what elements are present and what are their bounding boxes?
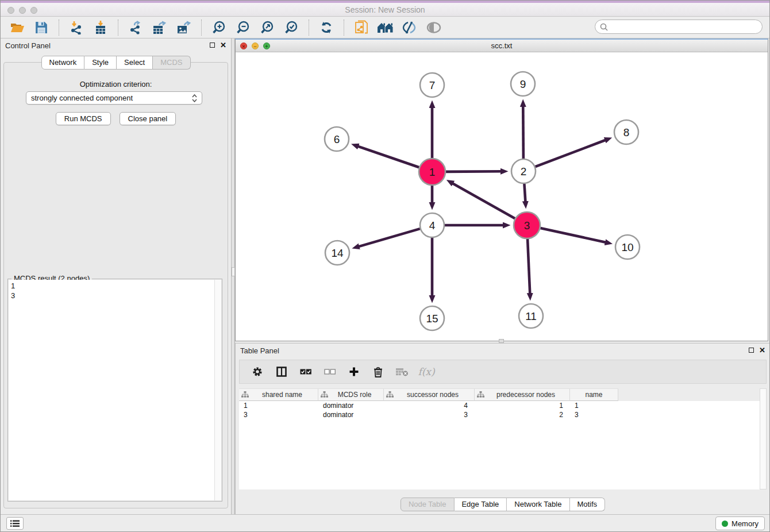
add-column-button[interactable] (344, 363, 364, 381)
edge-3-1[interactable] (452, 183, 515, 219)
table-row[interactable]: 1dominator411 (239, 401, 760, 410)
select-all-columns-button[interactable] (296, 363, 315, 381)
list-icon (10, 520, 20, 527)
control-panel-title: Control Panel (5, 41, 51, 50)
search-box (595, 20, 763, 34)
column-visibility-button[interactable] (272, 363, 291, 381)
table-cell: 2 (475, 410, 570, 419)
close-table-panel-icon[interactable]: ✕ (759, 347, 765, 353)
memory-button[interactable]: Memory (715, 516, 765, 530)
deselect-all-columns-button[interactable] (320, 363, 340, 381)
zoom-fit-button[interactable] (257, 18, 278, 37)
export-network-icon (129, 21, 143, 34)
mcds-result-text[interactable]: 1 3 (9, 280, 221, 500)
search-icon (600, 23, 608, 31)
edge-1-2[interactable] (446, 171, 502, 172)
plus-icon (349, 367, 359, 377)
show-view-button[interactable] (424, 18, 444, 37)
mcds-panel: Optimization criterion: strongly connect… (3, 62, 228, 508)
graph-node-label-9: 9 (520, 78, 526, 90)
delete-column-button[interactable] (368, 363, 388, 381)
zoom-out-button[interactable] (233, 18, 253, 37)
gear-icon (252, 367, 263, 377)
hierarchy-icon (241, 391, 249, 398)
tab-network[interactable]: Network (41, 56, 84, 70)
import-network-button[interactable] (66, 18, 87, 37)
export-network-button[interactable] (125, 18, 146, 37)
graph-node-label-7: 7 (429, 79, 436, 91)
table-cell: 1 (475, 401, 570, 410)
edge-2-3[interactable] (524, 184, 525, 202)
open-session-button[interactable] (7, 18, 28, 37)
memory-status-icon (722, 521, 728, 527)
run-mcds-button[interactable]: Run MCDS (56, 112, 111, 125)
unchecked-boxes-icon (324, 369, 336, 375)
network-canvas[interactable]: 7968124314101511 (236, 52, 768, 341)
export-image-button[interactable] (174, 18, 194, 37)
column-header-MCDS-role[interactable]: MCDS role (318, 388, 384, 401)
edge-3-11[interactable] (528, 239, 530, 294)
checked-boxes-icon (300, 369, 311, 375)
float-table-panel-icon[interactable] (749, 348, 754, 353)
application-window: Session: New Session (0, 0, 770, 532)
float-panel-icon[interactable] (210, 43, 215, 48)
column-header-successor-nodes[interactable]: successor nodes (384, 388, 475, 401)
mcds-result-scrollbar[interactable] (214, 280, 221, 500)
save-session-button[interactable] (31, 18, 52, 37)
column-header-name[interactable]: name (570, 388, 618, 401)
hide-style-button[interactable] (399, 18, 420, 37)
neighbors-button[interactable] (375, 18, 396, 37)
titlebar: Session: New Session (1, 1, 769, 17)
task-history-button[interactable] (6, 517, 24, 530)
network-resize-grip[interactable] (499, 339, 504, 343)
tab-motifs[interactable]: Motifs (569, 498, 605, 511)
refresh-layout-button[interactable] (316, 18, 337, 37)
table-tabs: Node Table Edge Table Network Table Moti… (401, 498, 605, 511)
optimization-criterion-select[interactable]: strongly connected component (26, 91, 202, 105)
zoom-in-button[interactable] (209, 18, 229, 37)
clone-network-icon (355, 20, 368, 35)
refresh-icon (319, 21, 333, 34)
table-cell: 3 (570, 410, 618, 419)
function-builder-button[interactable]: f(x) (417, 363, 436, 381)
export-table-button[interactable] (149, 18, 170, 37)
delete-table-icon (396, 368, 409, 376)
edge-1-6[interactable] (357, 146, 419, 167)
network-window-titlebar[interactable]: × − + scc.txt (236, 40, 768, 52)
tab-node-table[interactable]: Node Table (401, 498, 455, 511)
mcds-result-group: MCDS result (2 nodes) 1 3 (7, 279, 222, 502)
table-panel-title: Table Panel (240, 346, 279, 355)
graph-node-label-2: 2 (521, 165, 527, 178)
control-panel-tabs: Network Style Select MCDS (41, 56, 190, 70)
zoom-fit-icon (260, 21, 274, 34)
edge-3-10[interactable] (540, 228, 606, 242)
table-cell: dominator (318, 401, 384, 410)
tab-style[interactable]: Style (84, 56, 117, 70)
hierarchy-icon (386, 391, 394, 398)
network-window-title: scc.txt (236, 41, 768, 50)
column-header-predecessor-nodes[interactable]: predecessor nodes (475, 388, 570, 401)
zoom-selected-button[interactable] (281, 18, 302, 37)
edge-2-9[interactable] (523, 106, 523, 159)
graph-node-label-4: 4 (429, 219, 436, 232)
close-panel-button[interactable]: Close panel (120, 112, 176, 125)
tab-select[interactable]: Select (117, 56, 153, 70)
close-panel-icon[interactable]: ✕ (220, 42, 226, 48)
toolbar-separator (118, 20, 118, 36)
tab-mcds[interactable]: MCDS (153, 56, 190, 70)
column-header-shared-name[interactable]: shared name (239, 388, 318, 401)
table-row[interactable]: 3dominator323 (239, 410, 760, 419)
table-settings-button[interactable] (248, 363, 267, 381)
status-bar: Memory (1, 514, 769, 531)
table-scrollbar[interactable] (760, 388, 767, 489)
clone-network-button[interactable] (351, 18, 372, 37)
import-table-icon (94, 21, 107, 34)
tab-network-table[interactable]: Network Table (507, 498, 569, 511)
table-panel: Table Panel ✕ (235, 343, 770, 515)
import-table-button[interactable] (90, 18, 111, 37)
delete-table-button[interactable] (392, 363, 412, 381)
tab-edge-table[interactable]: Edge Table (454, 498, 507, 511)
search-input[interactable] (608, 21, 762, 33)
edge-4-14[interactable] (358, 229, 419, 246)
edge-2-8[interactable] (536, 140, 606, 167)
